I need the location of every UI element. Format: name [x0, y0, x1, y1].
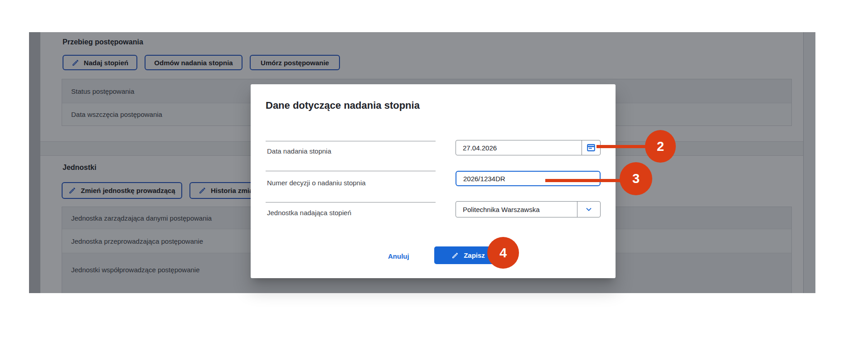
field-divider: [266, 141, 436, 141]
chevron-down-icon: [585, 205, 593, 213]
unit-select-value: Politechnika Warszawska: [456, 202, 577, 217]
unit-select[interactable]: Politechnika Warszawska: [456, 201, 601, 217]
step-badge-4: 4: [487, 237, 519, 269]
badge-number: 3: [632, 171, 640, 186]
step-badge-2: 2: [645, 130, 676, 163]
screenshot-canvas: Przebieg postępowania Nadaj stopień Odmó…: [0, 0, 868, 352]
badge-number: 2: [657, 139, 664, 154]
field-divider: [266, 171, 436, 171]
date-input-group: 27.04.2026: [456, 140, 601, 155]
field-label: Numer decyzji o nadaniu stopnia: [267, 179, 366, 187]
field-label: Data nadania stopnia: [267, 147, 331, 155]
field-divider: [266, 202, 436, 203]
cancel-button[interactable]: Anuluj: [388, 252, 409, 260]
badge-number: 4: [499, 246, 507, 260]
date-input[interactable]: 27.04.2026: [456, 140, 582, 155]
decision-number-input-wrap: 2026/1234DR: [456, 171, 601, 186]
pencil-icon: [451, 252, 459, 259]
annotation-line-2: [596, 145, 646, 148]
step-badge-3: 3: [620, 162, 652, 195]
select-arrow-segment: [577, 202, 600, 217]
calendar-icon: [586, 143, 596, 153]
decision-number-input[interactable]: 2026/1234DR: [456, 172, 600, 185]
annotation-line-3: [545, 179, 622, 182]
field-label: Jednostka nadająca stopień: [267, 209, 351, 217]
save-button-label: Zapisz: [464, 251, 485, 259]
dialog-title: Dane dotyczące nadania stopnia: [266, 100, 420, 111]
